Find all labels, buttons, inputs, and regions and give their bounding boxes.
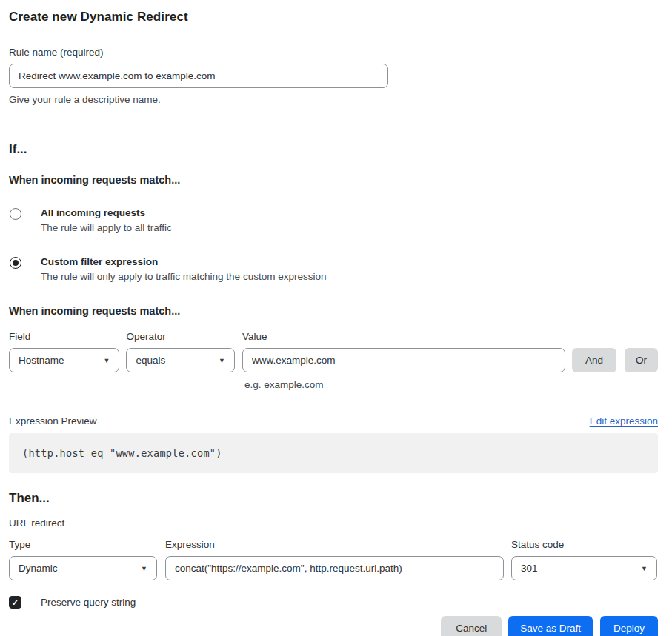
form-footer: Cancel Save as Draft Deploy xyxy=(9,616,658,636)
field-select[interactable]: Hostname ▼ xyxy=(9,348,119,372)
type-label: Type xyxy=(9,539,157,550)
radio-option-custom-filter-expression[interactable]: Custom filter expression The rule will o… xyxy=(9,256,658,282)
expression-preview-label: Expression Preview xyxy=(9,415,97,426)
deploy-button[interactable]: Deploy xyxy=(600,616,658,636)
expression-code: (http.host eq "www.example.com") xyxy=(22,447,222,459)
type-select[interactable]: Dynamic ▼ xyxy=(9,556,157,580)
status-code-column: Status code 301 ▼ xyxy=(511,539,657,580)
redirect-expression-input[interactable] xyxy=(165,556,504,580)
match-heading-radios: When incoming requests match... xyxy=(9,174,658,186)
checkbox-icon[interactable] xyxy=(9,596,21,609)
preserve-query-string-label: Preserve query string xyxy=(41,597,136,608)
radio-option-description: The rule will only apply to traffic matc… xyxy=(41,271,326,282)
chevron-down-icon: ▼ xyxy=(635,565,648,572)
page-title: Create new Dynamic Redirect xyxy=(9,10,658,24)
expression-preview-header: Expression Preview Edit expression xyxy=(9,415,658,426)
redirect-settings-row: Type Dynamic ▼ Expression Status code 30… xyxy=(9,539,658,580)
status-code-select[interactable]: 301 ▼ xyxy=(511,556,657,580)
if-heading: If... xyxy=(9,142,658,157)
operator-column: Operator equals ▼ xyxy=(126,331,235,372)
operator-label: Operator xyxy=(126,331,235,342)
expression-preview-code-block: (http.host eq "www.example.com") xyxy=(9,433,658,473)
expression-column: Expression xyxy=(165,539,504,580)
operator-select[interactable]: equals ▼ xyxy=(126,348,235,372)
preserve-query-string-option[interactable]: Preserve query string xyxy=(9,596,658,609)
radio-option-all-incoming-requests[interactable]: All incoming requests The rule will appl… xyxy=(9,207,658,233)
create-redirect-form: Create new Dynamic Redirect Rule name (r… xyxy=(0,0,672,636)
chevron-down-icon: ▼ xyxy=(98,357,110,364)
and-button[interactable]: And xyxy=(572,348,616,372)
url-redirect-label: URL redirect xyxy=(9,518,658,529)
rule-name-helper: Give your rule a descriptive name. xyxy=(9,94,658,105)
field-column: Field Hostname ▼ xyxy=(9,331,119,372)
value-helper-row: e.g. example.com xyxy=(9,378,658,391)
section-divider xyxy=(9,124,658,124)
radio-option-description: The rule will apply to all traffic xyxy=(41,222,172,233)
status-code-select-value: 301 xyxy=(521,563,538,574)
save-as-draft-button[interactable]: Save as Draft xyxy=(508,616,593,636)
field-label: Field xyxy=(9,331,119,342)
value-column: Value xyxy=(242,331,565,372)
status-code-label: Status code xyxy=(511,539,657,550)
then-heading: Then... xyxy=(9,491,658,506)
filter-builder-row: Field Hostname ▼ Operator equals ▼ Value… xyxy=(9,331,658,372)
radio-option-text: Custom filter expression The rule will o… xyxy=(41,256,326,282)
value-input[interactable] xyxy=(242,348,565,372)
edit-expression-link[interactable]: Edit expression xyxy=(590,415,658,426)
chevron-down-icon: ▼ xyxy=(135,565,147,572)
radio-icon[interactable] xyxy=(10,257,21,269)
value-helper: e.g. example.com xyxy=(244,379,324,390)
expression-label: Expression xyxy=(165,539,504,550)
radio-icon[interactable] xyxy=(10,208,21,220)
or-button[interactable]: Or xyxy=(625,348,658,372)
radio-option-text: All incoming requests The rule will appl… xyxy=(41,207,172,233)
operator-select-value: equals xyxy=(136,355,165,366)
chevron-down-icon: ▼ xyxy=(213,357,225,364)
type-column: Type Dynamic ▼ xyxy=(9,539,157,580)
rule-name-input[interactable] xyxy=(9,64,388,88)
value-label: Value xyxy=(242,331,565,342)
radio-option-label: Custom filter expression xyxy=(41,256,326,267)
field-select-value: Hostname xyxy=(19,355,64,366)
radio-option-label: All incoming requests xyxy=(41,207,172,218)
rule-name-label: Rule name (required) xyxy=(9,47,658,58)
type-select-value: Dynamic xyxy=(19,563,58,574)
cancel-button[interactable]: Cancel xyxy=(441,616,502,636)
match-heading-filter: When incoming requests match... xyxy=(9,305,658,317)
